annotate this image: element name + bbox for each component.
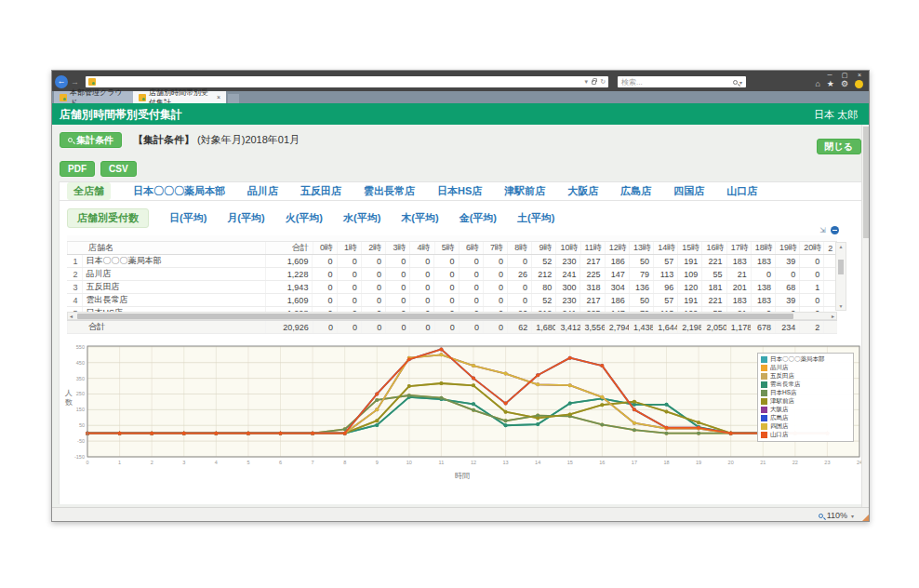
forward-icon[interactable]: → (71, 77, 79, 87)
column-header[interactable]: 14時 (654, 242, 678, 255)
store-tab[interactable]: 大阪店 (567, 184, 598, 198)
table-row[interactable]: 4雲出長常店1,60900000000052230217186505719122… (67, 294, 837, 307)
csv-button[interactable]: CSV (100, 161, 137, 177)
store-tab[interactable]: 山口店 (726, 184, 757, 198)
collapse-grid-icon[interactable] (831, 226, 839, 234)
svg-text:15: 15 (567, 460, 573, 465)
column-header[interactable]: 18時 (751, 242, 775, 255)
svg-text:23: 23 (824, 460, 830, 465)
search-caret-icon[interactable]: ▾ (739, 79, 742, 86)
column-header[interactable]: 店舗名 (68, 242, 266, 255)
scroll-right-icon[interactable]: ▸ (832, 313, 834, 321)
vertical-scrollbar[interactable]: ▲ ▼ (835, 242, 846, 311)
page-scroll-thumb[interactable] (863, 127, 869, 238)
svg-text:20: 20 (728, 460, 734, 465)
feedback-icon[interactable] (855, 80, 863, 88)
search-icon[interactable] (733, 80, 738, 85)
zoom-caret-icon[interactable]: ▾ (851, 513, 854, 519)
column-header[interactable]: 13時 (629, 242, 653, 255)
store-tab[interactable]: 雲出長常店 (364, 184, 415, 198)
status-bar: 110% ▾ (52, 507, 869, 521)
lock-icon (592, 80, 596, 85)
browser-tab-home[interactable]: 本部管理クラウド (54, 91, 133, 103)
table-row[interactable]: 1日本〇〇〇薬局本部1,6090000000005223021718650571… (67, 255, 837, 268)
column-header[interactable]: 8時 (508, 242, 532, 255)
condition-button[interactable]: 集計条件 (60, 132, 122, 148)
refresh-icon[interactable]: ↻ (600, 78, 606, 86)
autocomplete-caret-icon[interactable]: ▾ (585, 78, 589, 86)
address-bar[interactable]: ▾ ↻ (86, 76, 608, 87)
sub-tab[interactable]: 店舗別受付数 (67, 208, 149, 228)
legend-swatch-icon (761, 407, 767, 413)
column-header[interactable]: 11時 (580, 242, 605, 255)
column-header[interactable]: 20時 (800, 242, 824, 255)
column-header[interactable]: 合計 (266, 242, 313, 255)
column-header[interactable]: 15時 (678, 242, 702, 255)
column-header[interactable]: 17時 (726, 242, 751, 255)
sub-tab[interactable]: 月(平均) (227, 211, 264, 225)
column-header[interactable]: 19時 (775, 242, 799, 255)
chart-legend: 日本〇〇〇薬局本部品川店五反田店雲出長常店日本HS店津駅前店大阪店広島店四国店山… (757, 353, 854, 442)
store-tab[interactable]: 四国店 (673, 184, 704, 198)
table-body[interactable]: 1日本〇〇〇薬局本部1,6090000000005223021718650571… (67, 255, 837, 312)
tab-close-icon[interactable]: × (217, 94, 220, 100)
svg-text:10: 10 (406, 460, 412, 465)
gear-icon[interactable]: ⚙ (841, 79, 848, 88)
home-icon[interactable]: ⌂ (815, 79, 819, 88)
column-header[interactable]: 7時 (483, 242, 507, 255)
legend-item: 五反田店 (761, 372, 850, 381)
scroll-up-icon[interactable]: ▲ (836, 244, 846, 249)
legend-item: 雲出長常店 (761, 381, 850, 389)
hscroll-thumb[interactable] (77, 314, 793, 319)
store-tab[interactable]: 日本〇〇〇薬局本部 (133, 184, 225, 198)
column-header[interactable]: 9時 (532, 242, 556, 255)
column-header[interactable]: 10時 (556, 242, 580, 255)
expand-grid-icon[interactable]: ⇲ (819, 227, 826, 234)
column-header[interactable]: 2時 (362, 242, 386, 255)
sub-tab[interactable]: 日(平均) (169, 211, 206, 225)
table-row[interactable]: 3五反田店1,943000000000803003183041369612018… (67, 281, 837, 294)
pdf-button[interactable]: PDF (60, 161, 95, 177)
zoom-icon (819, 514, 823, 518)
back-icon[interactable]: ← (55, 75, 68, 88)
new-tab-button[interactable] (228, 94, 239, 103)
sub-tab[interactable]: 木(平均) (401, 211, 438, 225)
search-placeholder: 検索... (621, 77, 643, 87)
store-tab[interactable]: 日本HS店 (437, 184, 482, 198)
column-header[interactable]: 16時 (702, 242, 726, 255)
page-scrollbar[interactable] (861, 125, 869, 509)
resize-grip[interactable] (862, 514, 869, 521)
sub-tab[interactable]: 金(平均) (460, 211, 497, 225)
scroll-left-icon[interactable]: ◂ (70, 313, 73, 321)
sub-tab[interactable]: 火(平均) (286, 211, 323, 225)
store-tab[interactable]: 品川店 (247, 184, 278, 198)
column-header[interactable]: 12時 (605, 242, 629, 255)
store-tab[interactable]: 全店舗 (67, 182, 111, 200)
store-tab[interactable]: 広島店 (620, 184, 651, 198)
search-input[interactable]: 検索... ▾ (618, 76, 746, 87)
maximize-icon[interactable]: ▢ (838, 71, 851, 79)
zoom-control[interactable]: 110% ▾ (819, 511, 854, 520)
column-header[interactable]: 5時 (434, 242, 459, 255)
sub-tab[interactable]: 土(平均) (517, 211, 554, 225)
column-header[interactable]: 6時 (459, 242, 483, 255)
column-header[interactable]: 3時 (386, 242, 410, 255)
vscroll-thumb[interactable] (838, 260, 844, 274)
column-header[interactable]: 1時 (337, 242, 361, 255)
minimize-icon[interactable]: ─ (823, 71, 836, 79)
column-header[interactable]: 0時 (313, 242, 337, 255)
horizontal-scrollbar[interactable]: ◂ ▸ (67, 312, 837, 320)
column-header[interactable]: 4時 (410, 242, 434, 255)
svg-text:21: 21 (760, 460, 766, 465)
store-tab[interactable]: 津駅前店 (504, 184, 545, 198)
close-button[interactable]: 閉じる (817, 139, 861, 154)
close-window-icon[interactable]: × (853, 71, 866, 79)
star-icon[interactable]: ★ (827, 79, 834, 88)
store-tab[interactable]: 五反田店 (300, 184, 341, 198)
svg-text:2: 2 (151, 460, 153, 465)
svg-text:22: 22 (792, 460, 798, 465)
table-row[interactable]: 2品川店1,2280000000026212241225147791131095… (67, 268, 837, 281)
sub-tab[interactable]: 水(平均) (343, 211, 380, 225)
browser-tab-report[interactable]: 店舗別時間帯別受付集計 × (133, 91, 226, 103)
scroll-down-icon[interactable]: ▼ (836, 303, 846, 309)
